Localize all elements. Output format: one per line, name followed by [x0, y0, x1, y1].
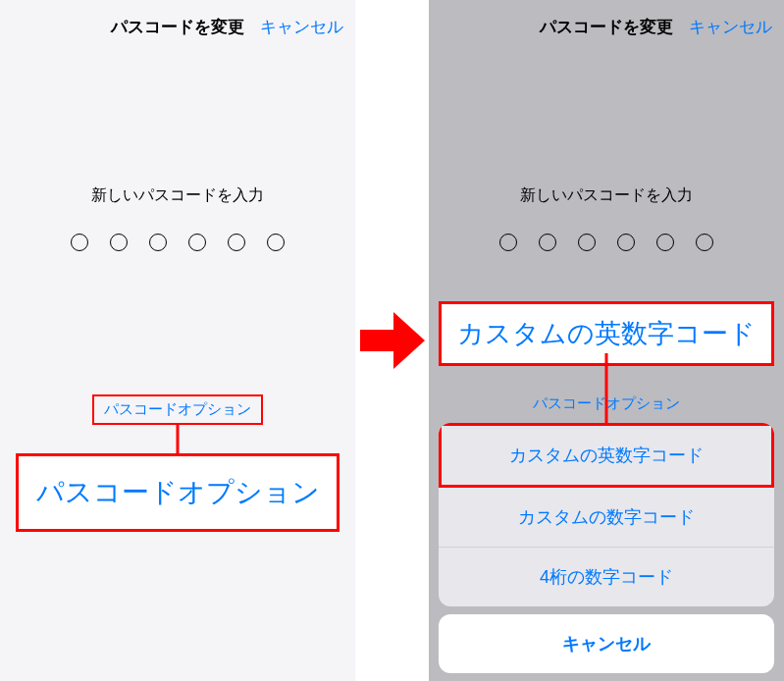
passcode-dot: [578, 234, 596, 251]
passcode-dot: [149, 234, 167, 251]
passcode-dot: [499, 234, 517, 251]
arrow-right-icon: [360, 312, 425, 369]
right-screen: パスコードを変更 キャンセル 新しいパスコードを入力 カスタムの英数字コード パ…: [429, 0, 784, 681]
passcode-dots[interactable]: [0, 234, 355, 251]
passcode-dot: [188, 234, 206, 251]
cancel-button[interactable]: キャンセル: [260, 16, 343, 38]
passcode-dot: [228, 234, 245, 251]
left-screen: パスコードを変更 キャンセル 新しいパスコードを入力 パスコードオプション パス…: [0, 0, 355, 681]
annotation-connector: [177, 424, 180, 455]
passcode-dot: [696, 234, 713, 251]
cancel-button[interactable]: キャンセル: [689, 16, 772, 38]
passcode-options-link[interactable]: パスコードオプション: [92, 394, 263, 425]
passcode-dot: [617, 234, 635, 251]
passcode-dot: [539, 234, 556, 251]
nav-bar-left: パスコードを変更 キャンセル: [0, 0, 355, 53]
arrow-column: [355, 0, 429, 681]
passcode-dot: [267, 234, 285, 251]
action-sheet: カスタムの英数字コード カスタムの数字コード 4桁の数字コード キャンセル: [439, 423, 774, 673]
passcode-dots[interactable]: [429, 234, 784, 251]
option-alphanumeric[interactable]: カスタムの英数字コード: [439, 423, 774, 488]
option-numeric[interactable]: カスタムの数字コード: [439, 488, 774, 548]
passcode-dot: [110, 234, 128, 251]
passcode-dot: [71, 234, 88, 251]
options-link-wrap: パスコードオプション: [0, 394, 355, 425]
option-4digit[interactable]: 4桁の数字コード: [439, 548, 774, 606]
action-sheet-cancel[interactable]: キャンセル: [439, 614, 774, 673]
annotation-callout: パスコードオプション: [16, 453, 340, 532]
nav-bar-right: パスコードを変更 キャンセル: [429, 0, 784, 53]
passcode-prompt: 新しいパスコードを入力: [429, 185, 784, 206]
passcode-prompt: 新しいパスコードを入力: [0, 185, 355, 206]
passcode-dot: [656, 234, 674, 251]
action-sheet-group: カスタムの英数字コード カスタムの数字コード 4桁の数字コード: [439, 423, 774, 606]
